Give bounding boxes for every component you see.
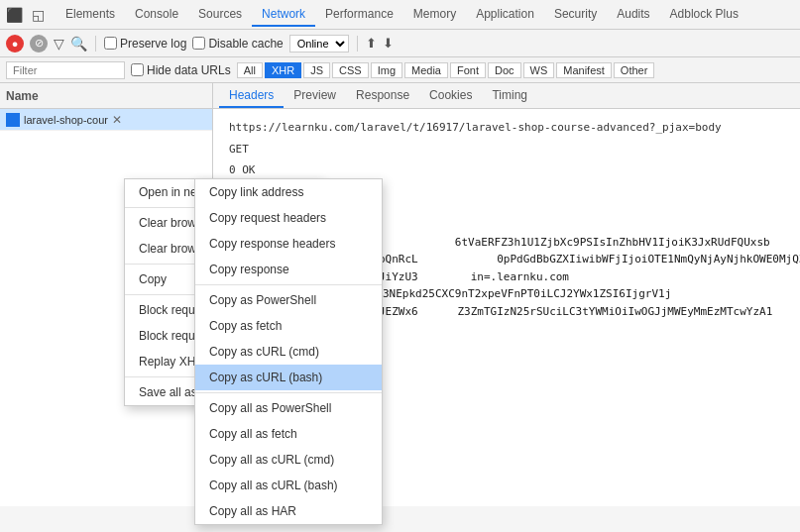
request-list-header: Name bbox=[0, 83, 212, 109]
filter-input[interactable] bbox=[6, 61, 125, 79]
submenu-copy-all-har[interactable]: Copy all as HAR bbox=[195, 498, 382, 524]
submenu-copy-all-curl-bash[interactable]: Copy all as cURL (bash) bbox=[195, 473, 382, 498]
request-item-name: laravel-shop-cour bbox=[24, 114, 108, 126]
dock-icon[interactable]: ⬛ bbox=[4, 5, 24, 25]
devtools-icons: ⬛ ◱ bbox=[4, 5, 48, 25]
sub-tabs: Headers Preview Response Cookies Timing bbox=[213, 83, 800, 109]
filter-bar: Hide data URLs All XHR JS CSS Img Media … bbox=[0, 57, 800, 83]
submenu-copy-all-curl-cmd[interactable]: Copy all as cURL (cmd) bbox=[195, 447, 382, 473]
disable-cache-checkbox[interactable] bbox=[192, 37, 205, 50]
upload-icon[interactable]: ⬆ bbox=[366, 36, 377, 51]
request-item-icon bbox=[6, 113, 20, 127]
filter-ws[interactable]: WS bbox=[523, 62, 555, 78]
filter-font[interactable]: Font bbox=[450, 62, 486, 78]
submenu-copy-as-curl-bash[interactable]: Copy as cURL (bash) bbox=[195, 365, 382, 390]
submenu-copy-all-fetch[interactable]: Copy all as fetch bbox=[195, 421, 382, 447]
submenu-copy-as-curl-cmd[interactable]: Copy as cURL (cmd) bbox=[195, 339, 382, 365]
preserve-log-label[interactable]: Preserve log bbox=[104, 37, 186, 51]
throttle-select[interactable]: Online bbox=[289, 35, 349, 53]
disable-cache-label[interactable]: Disable cache bbox=[192, 37, 283, 51]
separator-1 bbox=[95, 36, 96, 52]
filter-type-buttons: All XHR JS CSS Img Media Font Doc WS Man… bbox=[237, 62, 655, 78]
submenu-divider-1 bbox=[195, 284, 382, 285]
network-toolbar: ● ⊘ ▽ 🔍 Preserve log Disable cache Onlin… bbox=[0, 30, 800, 57]
undock-icon[interactable]: ◱ bbox=[28, 5, 48, 25]
filter-media[interactable]: Media bbox=[404, 62, 448, 78]
filter-other[interactable]: Other bbox=[614, 62, 655, 78]
stop-button[interactable]: ⊘ bbox=[30, 35, 48, 53]
sub-tab-response[interactable]: Response bbox=[346, 84, 419, 108]
url-line: https://learnku.com/laravel/t/16917/lara… bbox=[221, 117, 792, 139]
sub-tab-cookies[interactable]: Cookies bbox=[419, 84, 482, 108]
sub-tab-timing[interactable]: Timing bbox=[482, 84, 537, 108]
tab-sources[interactable]: Sources bbox=[188, 3, 252, 27]
submenu: Copy link address Copy request headers C… bbox=[194, 178, 383, 525]
submenu-divider-2 bbox=[195, 392, 382, 393]
submenu-copy-as-powershell[interactable]: Copy as PowerShell bbox=[195, 287, 382, 313]
hide-data-urls-label[interactable]: Hide data URLs bbox=[131, 63, 231, 77]
tab-memory[interactable]: Memory bbox=[403, 3, 466, 27]
close-icon[interactable]: ✕ bbox=[112, 113, 122, 127]
filter-icon[interactable]: ▽ bbox=[54, 36, 64, 52]
tab-security[interactable]: Security bbox=[544, 3, 607, 27]
submenu-copy-response[interactable]: Copy response bbox=[195, 257, 382, 282]
filter-css[interactable]: CSS bbox=[332, 62, 369, 78]
filter-img[interactable]: Img bbox=[371, 62, 402, 78]
submenu-copy-link[interactable]: Copy link address bbox=[195, 179, 382, 205]
separator-2 bbox=[357, 36, 358, 52]
search-icon[interactable]: 🔍 bbox=[70, 36, 87, 52]
submenu-copy-request-headers[interactable]: Copy request headers bbox=[195, 205, 382, 231]
submenu-copy-as-fetch[interactable]: Copy as fetch bbox=[195, 313, 382, 339]
filter-all[interactable]: All bbox=[237, 62, 263, 78]
request-item[interactable]: laravel-shop-cour ✕ bbox=[0, 109, 212, 131]
tab-network[interactable]: Network bbox=[252, 3, 315, 27]
sub-tab-headers[interactable]: Headers bbox=[219, 84, 284, 108]
tab-audits[interactable]: Audits bbox=[607, 3, 659, 27]
sub-tab-preview[interactable]: Preview bbox=[284, 84, 346, 108]
tab-elements[interactable]: Elements bbox=[56, 3, 125, 27]
tab-performance[interactable]: Performance bbox=[315, 3, 403, 27]
filter-manifest[interactable]: Manifest bbox=[556, 62, 612, 78]
preserve-log-checkbox[interactable] bbox=[104, 37, 117, 50]
filter-xhr[interactable]: XHR bbox=[265, 62, 301, 78]
filter-js[interactable]: JS bbox=[303, 62, 330, 78]
tab-console[interactable]: Console bbox=[125, 3, 188, 27]
devtools-tab-bar: ⬛ ◱ Elements Console Sources Network Per… bbox=[0, 0, 800, 30]
filter-doc[interactable]: Doc bbox=[488, 62, 521, 78]
submenu-copy-response-headers[interactable]: Copy response headers bbox=[195, 231, 382, 257]
download-icon[interactable]: ⬇ bbox=[383, 36, 394, 51]
main-area: Name laravel-shop-cour ✕ Headers Preview… bbox=[0, 83, 800, 506]
record-button[interactable]: ● bbox=[6, 35, 24, 53]
hide-data-urls-checkbox[interactable] bbox=[131, 63, 144, 76]
submenu-copy-all-powershell[interactable]: Copy all as PowerShell bbox=[195, 395, 382, 421]
tab-adblock[interactable]: Adblock Plus bbox=[660, 3, 748, 27]
tab-application[interactable]: Application bbox=[466, 3, 544, 27]
method-line: GET bbox=[221, 139, 792, 160]
